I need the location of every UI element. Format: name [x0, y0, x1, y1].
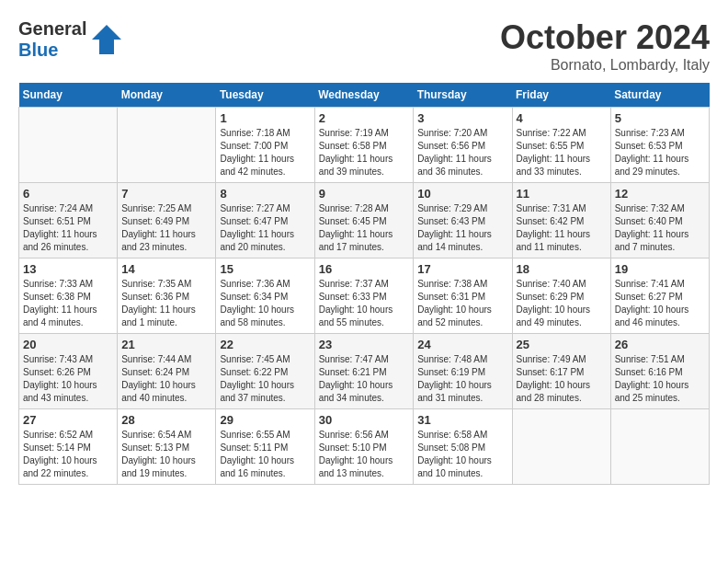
calendar-cell: 5Sunrise: 7:23 AMSunset: 6:53 PMDaylight… — [610, 108, 709, 183]
day-info: Sunrise: 7:43 AMSunset: 6:26 PMDaylight:… — [23, 353, 113, 405]
day-number: 3 — [417, 111, 507, 125]
day-info: Sunrise: 7:20 AMSunset: 6:56 PMDaylight:… — [417, 127, 507, 178]
day-number: 6 — [23, 187, 113, 201]
calendar-cell: 16Sunrise: 7:37 AMSunset: 6:33 PMDayligh… — [314, 259, 414, 334]
calendar-cell: 18Sunrise: 7:40 AMSunset: 6:29 PMDayligh… — [512, 259, 610, 334]
day-number: 14 — [121, 262, 211, 276]
calendar-cell: 29Sunrise: 6:55 AMSunset: 5:11 PMDayligh… — [216, 409, 314, 485]
calendar-cell: 11Sunrise: 7:31 AMSunset: 6:42 PMDayligh… — [512, 183, 610, 259]
day-number: 25 — [517, 338, 607, 351]
calendar-cell: 8Sunrise: 7:27 AMSunset: 6:47 PMDaylight… — [216, 183, 314, 259]
day-info: Sunrise: 7:40 AMSunset: 6:29 PMDaylight:… — [517, 278, 607, 329]
day-number: 13 — [23, 262, 113, 276]
calendar-week-row: 13Sunrise: 7:33 AMSunset: 6:38 PMDayligh… — [19, 259, 710, 334]
calendar-cell: 4Sunrise: 7:22 AMSunset: 6:55 PMDaylight… — [512, 108, 610, 183]
day-number: 31 — [417, 413, 507, 427]
day-info: Sunrise: 7:28 AMSunset: 6:45 PMDaylight:… — [319, 202, 410, 254]
day-info: Sunrise: 7:48 AMSunset: 6:19 PMDaylight:… — [417, 353, 507, 405]
day-number: 19 — [615, 262, 705, 276]
day-number: 15 — [220, 262, 310, 276]
calendar-cell: 1Sunrise: 7:18 AMSunset: 7:00 PMDaylight… — [216, 108, 314, 183]
calendar-cell: 2Sunrise: 7:19 AMSunset: 6:58 PMDaylight… — [314, 108, 414, 183]
calendar-table: SundayMondayTuesdayWednesdayThursdayFrid… — [18, 83, 710, 485]
day-number: 5 — [615, 111, 705, 125]
calendar-cell: 13Sunrise: 7:33 AMSunset: 6:38 PMDayligh… — [19, 259, 118, 334]
day-info: Sunrise: 6:55 AMSunset: 5:11 PMDaylight:… — [220, 429, 310, 480]
calendar-cell: 15Sunrise: 7:36 AMSunset: 6:34 PMDayligh… — [216, 259, 314, 334]
calendar-cell: 30Sunrise: 6:56 AMSunset: 5:10 PMDayligh… — [314, 409, 414, 485]
day-info: Sunrise: 7:31 AMSunset: 6:42 PMDaylight:… — [517, 202, 607, 254]
day-number: 28 — [121, 413, 211, 427]
calendar-cell: 19Sunrise: 7:41 AMSunset: 6:27 PMDayligh… — [610, 259, 709, 334]
calendar-week-row: 1Sunrise: 7:18 AMSunset: 7:00 PMDaylight… — [19, 108, 710, 183]
svg-marker-0 — [92, 25, 121, 54]
day-header-tuesday: Tuesday — [216, 83, 314, 108]
day-info: Sunrise: 7:18 AMSunset: 7:00 PMDaylight:… — [220, 127, 310, 178]
calendar-cell — [118, 108, 216, 183]
day-number: 29 — [220, 413, 310, 427]
logo: General Blue — [18, 18, 123, 61]
calendar-cell: 23Sunrise: 7:47 AMSunset: 6:21 PMDayligh… — [314, 334, 414, 409]
calendar-cell: 9Sunrise: 7:28 AMSunset: 6:45 PMDaylight… — [314, 183, 414, 259]
day-info: Sunrise: 6:58 AMSunset: 5:08 PMDaylight:… — [417, 429, 507, 480]
calendar-cell: 10Sunrise: 7:29 AMSunset: 6:43 PMDayligh… — [414, 183, 512, 259]
day-number: 21 — [121, 338, 211, 351]
logo-general: General — [18, 18, 86, 39]
day-info: Sunrise: 7:36 AMSunset: 6:34 PMDaylight:… — [220, 278, 310, 329]
day-number: 30 — [319, 413, 410, 427]
calendar-cell: 31Sunrise: 6:58 AMSunset: 5:08 PMDayligh… — [414, 409, 512, 485]
day-info: Sunrise: 7:35 AMSunset: 6:36 PMDaylight:… — [121, 278, 211, 329]
location: Bornato, Lombardy, Italy — [500, 57, 710, 74]
calendar-cell — [610, 409, 709, 485]
calendar-cell: 12Sunrise: 7:32 AMSunset: 6:40 PMDayligh… — [610, 183, 709, 259]
day-number: 27 — [23, 413, 113, 427]
day-info: Sunrise: 7:32 AMSunset: 6:40 PMDaylight:… — [615, 202, 705, 254]
day-info: Sunrise: 7:27 AMSunset: 6:47 PMDaylight:… — [220, 202, 310, 254]
page-header: General Blue October 2024 Bornato, Lomba… — [18, 18, 710, 74]
day-header-wednesday: Wednesday — [314, 83, 414, 108]
day-number: 10 — [417, 187, 507, 201]
calendar-cell: 7Sunrise: 7:25 AMSunset: 6:49 PMDaylight… — [118, 183, 216, 259]
day-info: Sunrise: 7:41 AMSunset: 6:27 PMDaylight:… — [615, 278, 705, 329]
calendar-cell: 21Sunrise: 7:44 AMSunset: 6:24 PMDayligh… — [118, 334, 216, 409]
day-number: 12 — [615, 187, 705, 201]
day-number: 9 — [319, 187, 410, 201]
day-number: 26 — [615, 338, 705, 351]
day-info: Sunrise: 7:49 AMSunset: 6:17 PMDaylight:… — [517, 353, 607, 405]
day-info: Sunrise: 6:52 AMSunset: 5:14 PMDaylight:… — [23, 429, 113, 480]
day-info: Sunrise: 7:19 AMSunset: 6:58 PMDaylight:… — [319, 127, 410, 178]
calendar-cell: 24Sunrise: 7:48 AMSunset: 6:19 PMDayligh… — [414, 334, 512, 409]
day-number: 22 — [220, 338, 310, 351]
calendar-cell: 14Sunrise: 7:35 AMSunset: 6:36 PMDayligh… — [118, 259, 216, 334]
day-header-friday: Friday — [512, 83, 610, 108]
day-number: 11 — [517, 187, 607, 201]
calendar-week-row: 6Sunrise: 7:24 AMSunset: 6:51 PMDaylight… — [19, 183, 710, 259]
day-number: 20 — [23, 338, 113, 351]
day-number: 4 — [517, 111, 607, 125]
day-number: 2 — [319, 111, 410, 125]
day-number: 23 — [319, 338, 410, 351]
calendar-cell — [512, 409, 610, 485]
day-info: Sunrise: 7:38 AMSunset: 6:31 PMDaylight:… — [417, 278, 507, 329]
day-info: Sunrise: 7:45 AMSunset: 6:22 PMDaylight:… — [220, 353, 310, 405]
calendar-cell: 22Sunrise: 7:45 AMSunset: 6:22 PMDayligh… — [216, 334, 314, 409]
day-info: Sunrise: 7:44 AMSunset: 6:24 PMDaylight:… — [121, 353, 211, 405]
logo-icon — [90, 23, 123, 56]
day-info: Sunrise: 7:37 AMSunset: 6:33 PMDaylight:… — [319, 278, 410, 329]
calendar-cell: 17Sunrise: 7:38 AMSunset: 6:31 PMDayligh… — [414, 259, 512, 334]
day-info: Sunrise: 7:22 AMSunset: 6:55 PMDaylight:… — [517, 127, 607, 178]
title-section: October 2024 Bornato, Lombardy, Italy — [500, 18, 710, 74]
calendar-cell: 6Sunrise: 7:24 AMSunset: 6:51 PMDaylight… — [19, 183, 118, 259]
day-info: Sunrise: 7:51 AMSunset: 6:16 PMDaylight:… — [615, 353, 705, 405]
day-info: Sunrise: 7:47 AMSunset: 6:21 PMDaylight:… — [319, 353, 410, 405]
day-header-monday: Monday — [118, 83, 216, 108]
day-info: Sunrise: 6:54 AMSunset: 5:13 PMDaylight:… — [121, 429, 211, 480]
day-info: Sunrise: 6:56 AMSunset: 5:10 PMDaylight:… — [319, 429, 410, 480]
day-number: 1 — [220, 111, 310, 125]
calendar-cell: 3Sunrise: 7:20 AMSunset: 6:56 PMDaylight… — [414, 108, 512, 183]
day-info: Sunrise: 7:29 AMSunset: 6:43 PMDaylight:… — [417, 202, 507, 254]
day-number: 24 — [417, 338, 507, 351]
calendar-header-row: SundayMondayTuesdayWednesdayThursdayFrid… — [19, 83, 710, 108]
calendar-cell: 26Sunrise: 7:51 AMSunset: 6:16 PMDayligh… — [610, 334, 709, 409]
day-header-saturday: Saturday — [610, 83, 709, 108]
